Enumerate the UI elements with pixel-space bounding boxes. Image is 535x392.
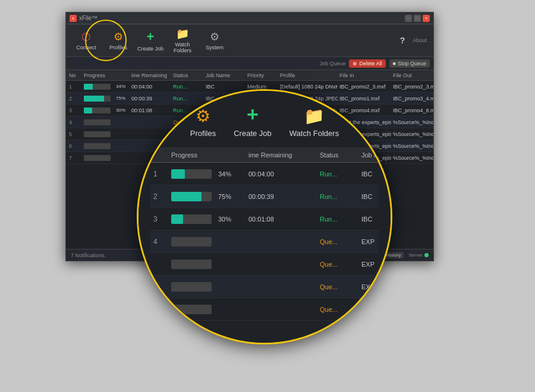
zoom-circle: ⚙ Profiles + Create Job 📁 Watch Folders … [137,89,392,344]
window-title: xFile™ [79,15,97,21]
progress-bar-bg [84,84,111,90]
z-cell-progress [168,237,246,246]
zoom-createjob-icon: + [247,103,259,126]
progress-bar-fill [84,84,93,90]
z-cell-jobname: IBC [358,193,392,200]
queue-label: Job Queue [319,61,345,67]
cell-progress [82,155,130,161]
server-label: Server [408,252,423,258]
delete-all-button[interactable]: ⊗ Delete All [349,59,385,68]
z-cell-time: 00:04:00 [246,170,317,178]
z-cell-no: 2 [150,192,168,201]
zoom-createjob-button[interactable]: + Create Job [234,103,272,138]
watchfolders-button[interactable]: 📁 Watch Folders [167,26,198,55]
close-button[interactable]: × [423,15,430,22]
col-profile: Profile [278,72,338,78]
progress-bar-fill [84,108,92,113]
z-cell-status: Run... [317,216,358,223]
z-cell-jobname: EXP [358,238,392,245]
cell-fileout: %Source%_%Increment% [391,119,433,125]
progress-bar-bg [84,155,111,161]
toolbar: ⬡ Connect ⚙ Profiles + Create Job 📁 Watc… [66,24,433,57]
cell-fileout: IBC_promo2_3.mxf [391,84,433,90]
z-progress-bar-bg [171,282,212,292]
z-cell-progress [168,282,246,292]
zoom-table-row[interactable]: 1 34% 00:04:00 Run... IBC [150,163,379,185]
cell-fileout: %Source%_%Increment% [391,155,433,161]
z-progress-bar-bg [171,260,212,269]
createjob-button[interactable]: + Create Job [135,26,166,55]
z-progress-pct: 34% [215,170,231,178]
connect-button[interactable]: ⬡ Connect [71,26,102,55]
z-col-progress: Progress [168,151,246,159]
cell-progress [82,119,130,125]
z-cell-progress: 75% [168,192,246,201]
progress-bar-bg [84,131,111,137]
minimize-button[interactable]: − [405,15,412,22]
z-cell-progress: 30% [168,214,246,224]
app-icon: x [70,15,77,22]
maximize-button[interactable]: □ [414,15,421,22]
watchfolders-label: Watch Folders [168,42,197,54]
col-jobname: Job Name [204,72,246,78]
zoom-table: Progress ime Remaining Status Job Nam 1 … [139,147,391,343]
stop-icon: ■ [393,61,396,67]
connect-label: Connect [76,45,96,51]
z-cell-progress [168,305,246,314]
system-icon: ⚙ [210,30,219,43]
z-cell-status: Que... [317,306,358,313]
progress-bar-bg [84,143,111,149]
z-cell-time: 00:00:39 [246,193,317,200]
delete-icon: ⊗ [353,61,357,67]
z-cell-no: 4 [150,238,168,246]
progress-bar-bg [84,96,111,102]
cell-progress: 30% [82,108,130,113]
zoom-profiles-label: Profiles [190,129,216,138]
server-indicator: Server [408,252,429,258]
z-cell-no: 1 [150,170,168,178]
cell-status: Run... [171,96,204,102]
z-cell-status: Que... [317,261,358,268]
cell-fileout: IBC_promo3_4.mxf [391,96,433,102]
cell-no: 4 [67,119,82,125]
zoom-watchfolders-label: Watch Folders [289,129,339,138]
progress-pct: 34% [112,84,125,89]
stop-queue-button[interactable]: ■ Stop Queue [389,59,430,68]
col-no: No [67,72,82,78]
system-label: System [206,45,224,51]
zoom-profiles-button[interactable]: ⚙ Profiles [190,106,216,138]
zoom-table-row[interactable]: Que... [150,298,379,321]
zoom-table-header: Progress ime Remaining Status Job Nam [150,147,379,163]
about-button[interactable]: About [411,37,429,43]
z-col-time: ime Remaining [246,151,317,159]
zoom-table-row[interactable]: Que... EXP [150,253,379,276]
cell-status: Run... [171,84,204,90]
help-button[interactable]: ? [395,33,410,48]
cell-filein: IBC_promo2_3.mxf [338,84,391,90]
progress-bar-bg [84,108,111,113]
z-progress-bar-bg [171,169,212,179]
cell-filein: IBC_promo1.mxf [338,96,391,102]
z-cell-status: Run... [317,193,358,200]
cell-no: 2 [67,96,82,102]
z-cell-no: 3 [150,215,168,223]
delete-all-label: Delete All [359,61,382,67]
cell-progress [82,131,130,137]
zoom-watchfolders-button[interactable]: 📁 Watch Folders [289,106,339,138]
table-header: No Progress ime Remaining Status Job Nam… [66,70,433,81]
server-status-dot [424,253,429,257]
profiles-button[interactable]: ⚙ Profiles [103,26,134,55]
col-fileout: File Out [391,72,433,78]
progress-bar-fill [84,96,104,102]
cell-no: 7 [67,155,82,161]
cell-time: 00:04:00 [130,84,171,90]
z-progress-bar-fill [171,214,183,224]
stop-queue-label: Stop Queue [398,61,426,67]
system-button[interactable]: ⚙ System [199,26,230,55]
progress-pct: 30% [112,108,125,113]
zoom-table-row[interactable]: 2 75% 00:00:39 Run... IBC [150,185,379,208]
zoom-table-row[interactable]: 4 Que... EXP [150,230,379,253]
zoom-table-row[interactable]: Que... EXP [150,276,379,298]
zoom-table-row[interactable]: 3 30% 00:01:08 Run... IBC [150,208,379,230]
z-progress-bar-fill [171,169,185,179]
